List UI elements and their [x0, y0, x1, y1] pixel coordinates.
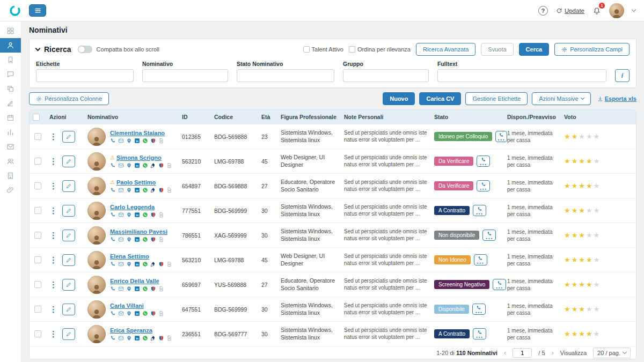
- avatar[interactable]: [87, 152, 106, 171]
- row-actions-menu-icon[interactable]: ⋮: [49, 231, 57, 239]
- star-icon[interactable]: ★: [579, 280, 586, 289]
- contact-phone-button[interactable]: ●●●: [495, 131, 507, 142]
- edit-button[interactable]: [62, 205, 75, 217]
- star-icon[interactable]: ★: [586, 206, 594, 215]
- location-pin-icon[interactable]: [126, 212, 132, 218]
- cv-document-icon[interactable]: [158, 212, 164, 218]
- star-icon[interactable]: ★: [564, 330, 572, 338]
- row-checkbox[interactable]: [34, 182, 41, 189]
- sidebar-item-messages[interactable]: [0, 67, 21, 82]
- whatsapp-icon[interactable]: [142, 162, 148, 168]
- phone-icon[interactable]: [110, 286, 116, 292]
- row-checkbox[interactable]: [34, 133, 41, 140]
- star-icon[interactable]: ★: [579, 231, 586, 239]
- star-icon[interactable]: ★: [586, 182, 594, 190]
- privacy-shield-icon[interactable]: [158, 187, 164, 193]
- star-icon[interactable]: ★: [564, 206, 572, 215]
- next-page-icon[interactable]: ›: [552, 349, 554, 356]
- mail-icon[interactable]: [118, 162, 124, 168]
- star-icon[interactable]: ★: [586, 157, 594, 165]
- phone-icon[interactable]: [110, 237, 116, 242]
- gruppo-input[interactable]: [343, 69, 429, 82]
- location-pin-icon[interactable]: [126, 138, 132, 144]
- row-checkbox[interactable]: [34, 232, 41, 239]
- phone-icon[interactable]: [110, 335, 116, 341]
- whatsapp-icon[interactable]: [142, 237, 148, 242]
- star-icon[interactable]: ★: [594, 330, 601, 338]
- ricerca-avanzata-button[interactable]: Ricerca Avanzata: [416, 43, 475, 56]
- candidate-name-link[interactable]: Erica Speranza: [110, 327, 152, 334]
- contact-phone-button[interactable]: ●●●: [477, 156, 490, 167]
- star-icon[interactable]: ★: [564, 280, 572, 289]
- update-link[interactable]: Update: [556, 8, 584, 14]
- location-pin-icon[interactable]: [126, 162, 132, 168]
- star-icon[interactable]: ★: [594, 305, 601, 313]
- candidate-name-link[interactable]: Carla Villani: [110, 302, 144, 309]
- personalizza-colonne-button[interactable]: Personalizza Colonne: [29, 92, 109, 105]
- whatsapp-icon[interactable]: [142, 212, 148, 218]
- location-pin-icon[interactable]: [126, 237, 132, 242]
- avatar[interactable]: [87, 226, 106, 245]
- sidebar-item-company[interactable]: [0, 168, 21, 183]
- star-icon[interactable]: ★: [594, 206, 601, 215]
- star-icon[interactable]: ★: [594, 182, 601, 190]
- phone-icon[interactable]: [110, 311, 116, 316]
- linkedin-icon[interactable]: [134, 237, 140, 242]
- star-icon[interactable]: ★: [572, 182, 579, 190]
- row-checkbox[interactable]: [34, 256, 41, 263]
- row-checkbox[interactable]: [34, 207, 41, 214]
- contact-phone-button[interactable]: ●●●: [473, 205, 486, 216]
- star-icon[interactable]: ★: [594, 231, 601, 239]
- carica-cv-button[interactable]: Carica CV: [419, 92, 461, 105]
- sidebar-item-calendar[interactable]: [0, 110, 21, 125]
- cerca-button[interactable]: Cerca: [519, 43, 550, 56]
- candidate-name-link[interactable]: Carlo Leggenda: [110, 204, 155, 210]
- edit-button[interactable]: [62, 230, 75, 241]
- personalizza-campi-button[interactable]: Personalizza Campi: [554, 43, 630, 56]
- star-icon[interactable]: ★: [572, 280, 579, 289]
- contact-phone-button[interactable]: ●●●: [477, 180, 490, 191]
- candidate-name-link[interactable]: Paolo Settimo: [116, 179, 156, 186]
- mail-icon[interactable]: [118, 311, 124, 316]
- sidebar-item-attachments[interactable]: [0, 183, 21, 197]
- whatsapp-icon[interactable]: [142, 286, 148, 292]
- star-icon[interactable]: ★: [579, 182, 586, 190]
- linkedin-icon[interactable]: [134, 138, 140, 144]
- privacy-shield-icon[interactable]: [150, 212, 156, 218]
- info-button[interactable]: i: [615, 69, 630, 82]
- privacy-shield-icon[interactable]: [150, 311, 156, 316]
- cv-document-icon[interactable]: [158, 311, 164, 316]
- notifications-bell-icon[interactable]: 1: [592, 6, 601, 15]
- whatsapp-icon[interactable]: [142, 187, 148, 193]
- row-actions-menu-icon[interactable]: ⋮: [49, 182, 57, 190]
- linkedin-icon[interactable]: [134, 162, 140, 168]
- linkedin-icon[interactable]: [134, 335, 140, 341]
- star-icon[interactable]: ★: [564, 182, 572, 190]
- menu-toggle-button[interactable]: [29, 4, 46, 17]
- signature-pen-icon[interactable]: [150, 162, 156, 168]
- mail-icon[interactable]: [118, 187, 124, 193]
- row-checkbox[interactable]: [34, 158, 41, 165]
- avatar[interactable]: [87, 202, 106, 220]
- location-pin-icon[interactable]: [126, 311, 132, 316]
- edit-button[interactable]: [62, 180, 75, 192]
- mail-icon[interactable]: [118, 286, 124, 292]
- star-icon[interactable]: ★: [564, 132, 572, 141]
- signature-pen-icon[interactable]: [150, 335, 156, 341]
- mail-icon[interactable]: [118, 237, 124, 242]
- star-icon[interactable]: ★: [586, 256, 594, 264]
- contact-phone-button[interactable]: ●●●: [482, 230, 496, 241]
- star-icon[interactable]: ★: [594, 132, 601, 141]
- phone-icon[interactable]: [110, 212, 116, 218]
- etichette-input[interactable]: [36, 69, 134, 82]
- location-pin-icon[interactable]: [126, 286, 132, 292]
- user-avatar[interactable]: [609, 3, 624, 18]
- azioni-massive-button[interactable]: Azioni Massive: [532, 92, 590, 105]
- star-icon[interactable]: ★: [586, 305, 594, 313]
- linkedin-icon[interactable]: [134, 286, 140, 292]
- chevron-down-icon[interactable]: [632, 7, 636, 11]
- candidate-name-link[interactable]: Elena Settimo: [110, 253, 149, 260]
- star-icon[interactable]: ★: [594, 280, 601, 289]
- whatsapp-icon[interactable]: [142, 138, 148, 144]
- star-icon[interactable]: ★: [579, 305, 586, 313]
